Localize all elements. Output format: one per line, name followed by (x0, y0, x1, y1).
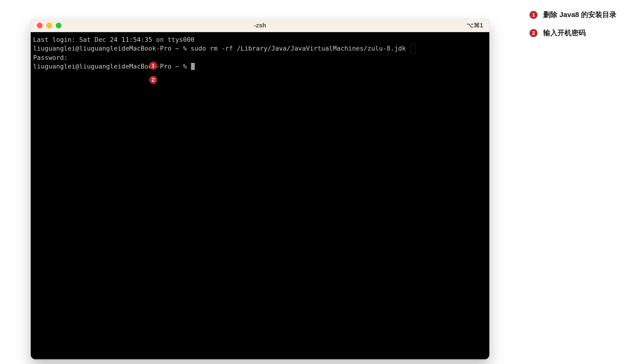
window-title-bar: -zsh ⌥⌘1 (31, 19, 489, 32)
legend-text-1: 删除 Java8 的安装目录 (543, 10, 617, 20)
maximize-button[interactable] (56, 23, 62, 28)
legend-badge-2: 2 (530, 29, 537, 37)
annotation-badge-2: 2 (149, 76, 157, 84)
terminal-cursor-icon (191, 63, 195, 70)
close-button[interactable] (37, 23, 43, 28)
legend-badge-1: 1 (530, 11, 537, 19)
terminal-line-prompt: liuguanglei@liuguangleideMacBook-Pro ~ % (33, 63, 190, 70)
legend-item: 1 删除 Java8 的安装目录 (530, 10, 617, 20)
terminal-line-password: Password: (33, 54, 68, 61)
window-title: -zsh (31, 22, 489, 29)
terminal-line-last-login: Last login: Sat Dec 24 11:54:35 on ttys0… (33, 36, 194, 43)
legend-item: 2 输入开机密码 (530, 28, 617, 38)
annotation-badge-1: 1 (149, 62, 157, 70)
legend-text-2: 输入开机密码 (543, 28, 586, 38)
window-shortcut-indicator: ⌥⌘1 (467, 22, 483, 29)
minimize-button[interactable] (46, 23, 52, 28)
terminal-line-command: liuguanglei@liuguangleideMacBook-Pro ~ %… (33, 45, 410, 52)
selection-cursor-icon (411, 44, 416, 53)
traffic-lights (31, 23, 62, 28)
annotation-legend: 1 删除 Java8 的安装目录 2 输入开机密码 (530, 10, 617, 38)
terminal-body[interactable]: Last login: Sat Dec 24 11:54:35 on ttys0… (31, 32, 489, 359)
terminal-window: -zsh ⌥⌘1 Last login: Sat Dec 24 11:54:35… (31, 19, 489, 359)
